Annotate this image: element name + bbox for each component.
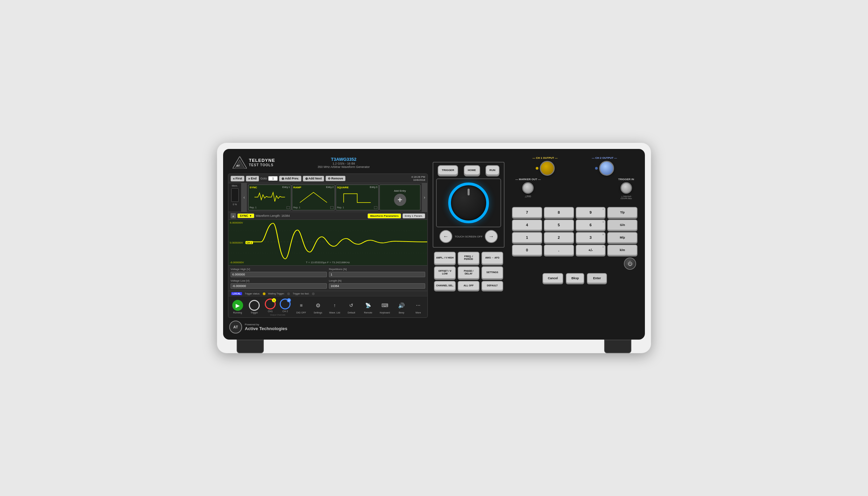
settings-button[interactable]: ⚙ Settings	[310, 299, 325, 314]
beep-icon: 🔊	[396, 300, 407, 311]
all-off-button[interactable]: ALL OFF	[458, 281, 479, 290]
ch1-button[interactable]: 1 CH1	[263, 298, 277, 313]
square-entry-num: Entry 3	[370, 186, 377, 189]
num-2-button[interactable]: 2	[544, 232, 574, 243]
waveform-params-button[interactable]: Waveform Parameters	[368, 213, 401, 218]
num-1-button[interactable]: 1	[512, 232, 542, 243]
default-button[interactable]: ↺ Default	[344, 299, 359, 314]
num-4-button[interactable]: 4	[512, 219, 542, 230]
right-panel: — CH 1 OUTPUT — — CH 2 OUTPUT —	[509, 154, 640, 335]
channel-selector[interactable]: SYNC ▼	[237, 213, 254, 218]
trigger-status-label: Trigger status:	[245, 292, 260, 295]
teledyne-logo-icon: AT	[232, 156, 247, 169]
remove-button[interactable]: ⊖ Remove	[325, 176, 345, 181]
voltage-high-input[interactable]	[230, 272, 327, 277]
enter-button[interactable]: Enter	[587, 273, 607, 283]
hw-button-grid: AMPL. / V HIGH FREQ. / PERIOD AWG ↔ AFG …	[433, 250, 504, 292]
entry-param-button[interactable]: Entry 1 Param.	[402, 213, 425, 218]
keyboard-button[interactable]: ⌨ Keyboard	[377, 299, 392, 314]
at-logo-circle: AT	[229, 321, 242, 334]
trigger-front-button[interactable]: TRIGGER	[438, 165, 458, 175]
channel-sel-button[interactable]: CHANNEL SEL.	[434, 281, 456, 290]
num-7-button[interactable]: 7	[512, 207, 542, 218]
kilo-milli-button[interactable]: k/m	[607, 245, 638, 255]
mega-micro-button[interactable]: M/µ	[607, 232, 638, 243]
ampl-v-high-button[interactable]: AMPL. / V HIGH	[434, 252, 456, 264]
remote-icon: 📡	[363, 300, 374, 311]
default-front-button[interactable]: DEFAULT	[481, 281, 503, 290]
offset-v-low-button[interactable]: OFFSET / V LOW	[434, 266, 456, 279]
nav-right-button[interactable]: →	[485, 230, 498, 243]
add-entry-label: Add Entry	[394, 189, 406, 192]
main-knob[interactable]	[448, 183, 489, 223]
add-next-button[interactable]: ⊕ Add Next	[303, 176, 324, 182]
settings-front-button[interactable]: SETTINGS	[481, 266, 503, 279]
cancel-button[interactable]: Cancel	[543, 273, 564, 283]
ch2-output-section: — CH 2 OUTPUT —	[575, 156, 634, 176]
first-button[interactable]: « First	[230, 176, 244, 182]
mem-label: Mem.	[232, 185, 238, 187]
backspace-button[interactable]: Bksp	[566, 273, 584, 283]
local-badge: LOCAL	[231, 292, 242, 295]
power-button[interactable]: ⏻	[624, 258, 636, 270]
powered-by-label: Powered by	[245, 323, 287, 326]
waveform-entry-square[interactable]: SQUARE Entry 3 Rep. 1	[336, 185, 379, 210]
waveform-entry-sync[interactable]: SYNC Entry 1 Rep. 1	[248, 185, 291, 210]
home-button[interactable]: HOME	[464, 165, 480, 175]
trigger-icon	[249, 300, 260, 311]
scroll-left-button[interactable]: ‹	[241, 183, 247, 212]
num-0-button[interactable]: 0	[512, 245, 542, 255]
square-entry-header: SQUARE Entry 3	[337, 186, 377, 189]
ch2-button[interactable]: 2 CH 2	[278, 298, 292, 313]
voltage-low-input[interactable]	[230, 283, 327, 289]
time-display: 4:18:28 PM 10/8/2018	[411, 175, 425, 182]
trigger-in-connector[interactable]	[621, 182, 632, 194]
middle-panel: TRIGGER HOME RUN ← TOUCH SCREEN OFF →	[431, 154, 506, 335]
run-button[interactable]: RUN	[485, 165, 499, 175]
square-name: SQUARE	[337, 186, 349, 189]
num-5-button[interactable]: 5	[544, 219, 574, 230]
voltage-low-label: Voltage Low [V]	[230, 279, 327, 282]
tera-pico-button[interactable]: T/p	[607, 207, 638, 218]
sync-entry-num: Entry 1	[283, 186, 290, 189]
running-button[interactable]: ▶ Running	[230, 299, 245, 314]
freq-period-button[interactable]: FREQ. / PERIOD	[458, 252, 479, 264]
screen: « First » End Goto ⊕ Add Prev. ⊕	[228, 173, 428, 318]
length-input[interactable]	[329, 283, 425, 289]
awg-afg-button[interactable]: AWG ↔ AFG	[481, 252, 503, 264]
channel-up-button[interactable]: ▲	[230, 213, 236, 218]
trigger-status-bar: LOCAL Trigger status: Waiting Trigger: T…	[228, 291, 427, 296]
end-button[interactable]: » End	[246, 176, 259, 182]
marker-out-connector[interactable]	[522, 182, 534, 194]
at-logo-text: AT	[233, 325, 238, 329]
decimal-button[interactable]: .	[544, 245, 574, 255]
connector-area: — CH 1 OUTPUT — — CH 2 OUTPUT —	[511, 155, 639, 204]
more-button[interactable]: ··· More	[411, 299, 425, 314]
add-prev-button[interactable]: ⊕ Add Prev.	[279, 176, 301, 182]
ch2-bnc-connector[interactable]	[599, 161, 614, 176]
num-6-button[interactable]: 6 E	[576, 219, 606, 230]
num-9-button[interactable]: 9 F	[576, 207, 606, 218]
goto-input[interactable]	[268, 176, 278, 181]
dig-off-button[interactable]: ≡ DIG OFF	[294, 299, 308, 314]
ch2-label: CH 2	[283, 310, 288, 312]
remote-button[interactable]: 📡 Remote	[361, 299, 376, 314]
num-3-button[interactable]: 3 D	[576, 232, 606, 243]
goto-label: Goto	[260, 177, 267, 180]
phase-delay-button[interactable]: PHASE / DELAY	[458, 266, 479, 279]
repetitions-input[interactable]	[329, 272, 425, 277]
square-wave-svg	[337, 190, 377, 205]
add-entry-button[interactable]: Add Entry +	[380, 185, 420, 210]
square-checkbox	[374, 206, 377, 209]
giga-nano-button[interactable]: G/n	[607, 219, 638, 230]
wave-list-button[interactable]: ↑ Wave. List	[327, 299, 342, 314]
plus-minus-button[interactable]: +/- C	[576, 245, 606, 255]
ch1-bnc-connector[interactable]	[540, 161, 555, 176]
nav-left-button[interactable]: ←	[439, 230, 452, 243]
scroll-right-button[interactable]: ›	[422, 183, 427, 212]
waveform-entry-ramp[interactable]: RAMP Entry 2 Rep. 1	[292, 185, 335, 210]
num-8-button[interactable]: 8	[544, 207, 574, 218]
repetitions-label: Repetitions [N]	[329, 268, 425, 271]
beep-button[interactable]: 🔊 Beep	[394, 299, 409, 314]
trigger-button[interactable]: Trigger	[247, 299, 262, 314]
